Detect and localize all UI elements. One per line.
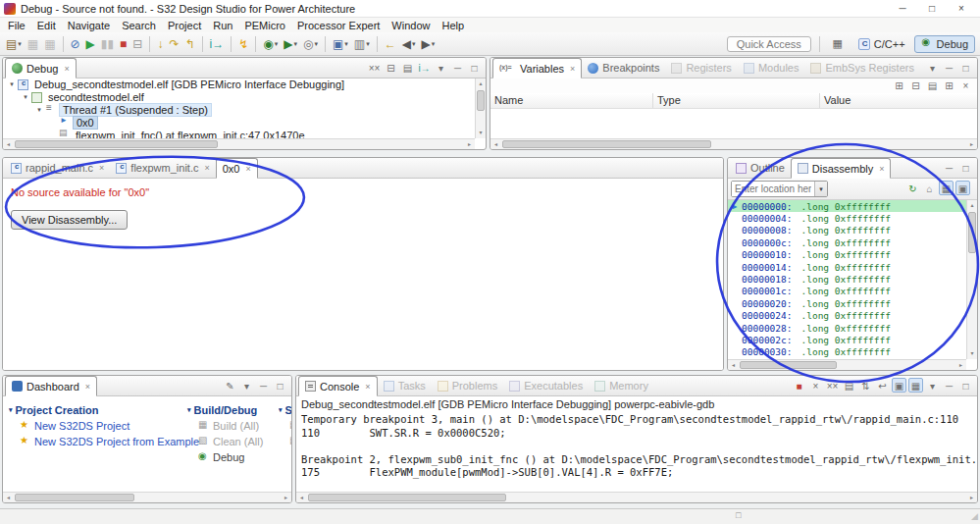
- close-tab-icon[interactable]: ×: [99, 163, 104, 173]
- maximize-icon[interactable]: □: [467, 60, 482, 75]
- scrollbar-thumb[interactable]: [15, 494, 134, 501]
- menu-search[interactable]: Search: [116, 20, 162, 31]
- scroll-left-icon[interactable]: [3, 139, 14, 150]
- debug-tree-item[interactable]: ▾Debug_secondtestmodel.elf [GDB PEMicro …: [3, 79, 475, 91]
- save-all-button[interactable]: ▦: [42, 34, 57, 54]
- open-console-icon[interactable]: ▾: [925, 378, 940, 393]
- menu-window[interactable]: Window: [386, 20, 436, 31]
- disassembly-row[interactable]: 00000000:.long 0xffffffff: [728, 200, 966, 212]
- scrollbar-thumb[interactable]: [308, 494, 506, 501]
- section-collapse-icon[interactable]: [9, 406, 13, 414]
- variables-tab-registers[interactable]: Registers: [665, 58, 737, 78]
- back-dropdown-icon[interactable]: ▾: [412, 40, 416, 48]
- debug-launch-dropdown-icon[interactable]: ▾: [275, 40, 279, 48]
- debug-tab-debug[interactable]: Debug×: [5, 58, 77, 79]
- show-type-names-icon[interactable]: ⊞: [892, 78, 906, 92]
- resize-grip[interactable]: ◢: [971, 511, 978, 521]
- build-active-button[interactable]: ▥▾: [352, 34, 372, 54]
- dashboard-action-build-all[interactable]: Build (All): [187, 418, 278, 434]
- remove-selected-icon[interactable]: ×: [958, 78, 973, 92]
- menu-project[interactable]: Project: [162, 20, 207, 31]
- close-tab-icon[interactable]: ×: [85, 382, 90, 392]
- new-wizard-button[interactable]: ▤▾: [4, 34, 24, 54]
- debug-tree-item[interactable]: ▾secondtestmodel.elf: [3, 91, 475, 104]
- new-c-cpp-wizard-button[interactable]: ▣▾: [331, 34, 350, 54]
- dashboard-tab-dashboard[interactable]: Dashboard×: [5, 376, 97, 396]
- dashboard-action-new-s32ds-project-from-example[interactable]: New S32DS Project from Example: [9, 434, 181, 449]
- tree-expander-icon[interactable]: ▾: [21, 93, 30, 101]
- scroll-left-icon[interactable]: [3, 493, 14, 503]
- disassembly-row[interactable]: 00000018:.long 0xffffffff: [728, 273, 966, 285]
- console-tab-console[interactable]: Console×: [298, 376, 378, 396]
- build-active-dropdown-icon[interactable]: ▾: [366, 40, 370, 48]
- edit-dashboard-icon[interactable]: ✎: [223, 378, 237, 393]
- editor-tab-rappid-main-c[interactable]: rappid_main.c×: [5, 158, 110, 178]
- dashboard-section-header[interactable]: Se: [279, 402, 292, 418]
- resume-button[interactable]: ▶: [84, 34, 97, 54]
- collapse-all-icon[interactable]: ⊟: [384, 60, 398, 75]
- display-selected-console-icon[interactable]: ▦: [908, 378, 923, 393]
- menu-processor-expert[interactable]: Processor Expert: [291, 20, 386, 31]
- variables-tab-modules[interactable]: Modules: [738, 58, 805, 78]
- dashboard-action-clean-all[interactable]: Clean (All): [187, 434, 278, 449]
- debug-tree-item[interactable]: ▾Thread #1 (Suspended : Step): [3, 104, 475, 117]
- instruction-stepping-mode-icon[interactable]: i→: [417, 60, 432, 75]
- dashboard-section-header[interactable]: Project Creation: [9, 402, 181, 418]
- scrollbar-thumb[interactable]: [740, 361, 837, 369]
- clear-console-icon[interactable]: ▤: [842, 378, 856, 393]
- maximize-icon[interactable]: □: [958, 378, 973, 393]
- close-tab-icon[interactable]: ×: [245, 164, 250, 174]
- disassembly-row[interactable]: 00000010:.long 0xffffffff: [728, 249, 966, 261]
- scroll-lock-icon[interactable]: ⇅: [858, 378, 873, 393]
- flash-programmer-button[interactable]: ↯: [236, 34, 250, 54]
- view-menu-icon[interactable]: ▾: [925, 60, 940, 75]
- dashboard-section-header[interactable]: Build/Debug: [187, 402, 278, 418]
- editor-tab-0x0[interactable]: 0x0×: [216, 158, 258, 179]
- view-layout-icon[interactable]: ▤: [400, 60, 415, 75]
- refresh-view-icon[interactable]: ↻: [905, 181, 920, 195]
- show-logical-structures-icon[interactable]: ⊟: [908, 78, 923, 92]
- maximize-icon[interactable]: □: [958, 60, 973, 75]
- location-combo[interactable]: [731, 181, 828, 197]
- dashboard-action-p[interactable]: P: [279, 418, 292, 434]
- column-header-name[interactable]: Name: [490, 93, 653, 108]
- minimize-icon[interactable]: ─: [450, 60, 465, 75]
- menu-navigate[interactable]: Navigate: [62, 20, 116, 31]
- console-tab-tasks[interactable]: Tasks: [378, 376, 432, 395]
- profile-launch-button[interactable]: ◎▾: [301, 34, 320, 54]
- run-launch-dropdown-icon[interactable]: ▾: [293, 40, 297, 48]
- scrollbar-thumb[interactable]: [502, 140, 711, 148]
- scroll-left-icon[interactable]: [296, 493, 307, 503]
- save-button[interactable]: ▦: [26, 34, 40, 54]
- dashboard-action-debug[interactable]: Debug: [187, 449, 278, 465]
- instruction-stepping-button[interactable]: i→: [208, 34, 227, 54]
- scrollbar-thumb[interactable]: [968, 212, 976, 253]
- console-tab-problems[interactable]: Problems: [432, 376, 503, 395]
- scrollbar-track[interactable]: [739, 360, 955, 370]
- scrollbar-thumb[interactable]: [477, 90, 485, 111]
- menu-help[interactable]: Help: [436, 20, 470, 31]
- new-c-cpp-wizard-dropdown-icon[interactable]: ▾: [344, 40, 348, 48]
- step-over-button[interactable]: ↷: [167, 34, 181, 54]
- terminate-button[interactable]: ■: [118, 34, 129, 54]
- tree-expander-icon[interactable]: ▾: [7, 80, 17, 88]
- disconnect-button[interactable]: ⊟: [130, 34, 144, 54]
- console-tab-executables[interactable]: Executables: [503, 376, 589, 395]
- disassembly-row[interactable]: 00000024:.long 0xffffffff: [728, 310, 966, 322]
- menu-pemicro[interactable]: PEMicro: [238, 20, 291, 31]
- disassembly-row[interactable]: 00000014:.long 0xffffffff: [728, 261, 966, 273]
- scroll-right-icon[interactable]: [966, 139, 977, 150]
- scrollbar-track[interactable]: [501, 139, 966, 149]
- track-expression-icon[interactable]: ▣: [955, 181, 970, 195]
- debug-vertical-scrollbar[interactable]: [475, 79, 486, 138]
- disassembly-row[interactable]: 00000008:.long 0xffffffff: [728, 225, 966, 236]
- disassembly-row[interactable]: 0000000c:.long 0xffffffff: [728, 236, 966, 248]
- console-horizontal-scrollbar[interactable]: [296, 492, 977, 502]
- tree-expander-icon[interactable]: ▾: [34, 106, 44, 114]
- scroll-left-icon[interactable]: [490, 139, 501, 150]
- dashboard-horizontal-scrollbar[interactable]: [3, 492, 291, 502]
- scrollbar-track[interactable]: [14, 493, 281, 502]
- word-wrap-icon[interactable]: ↩: [875, 378, 890, 393]
- scroll-up-icon[interactable]: [476, 79, 487, 89]
- open-perspective-button[interactable]: [829, 34, 847, 54]
